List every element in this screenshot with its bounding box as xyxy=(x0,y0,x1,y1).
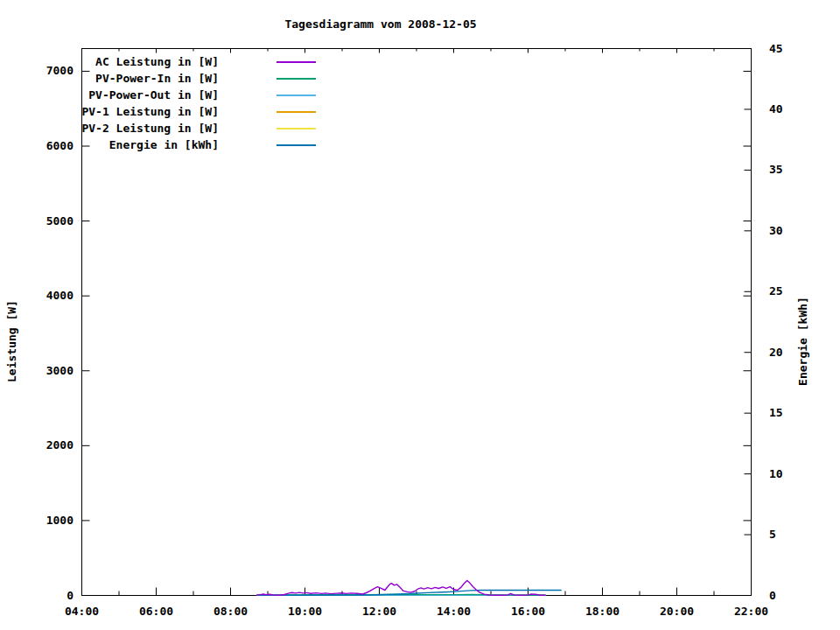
y1-tick-label: 0 xyxy=(4,589,74,603)
legend-label: PV-Power-Out in [W] xyxy=(81,88,219,102)
y2-tick-label: 40 xyxy=(769,102,822,116)
x-tick-label: 08:00 xyxy=(205,605,257,619)
y1-tick-label: 6000 xyxy=(4,139,74,153)
x-tick-label: 12:00 xyxy=(354,605,406,619)
y1-tick-label: 5000 xyxy=(4,214,74,228)
series-line-1 xyxy=(256,580,545,595)
legend-label: PV-1 Leistung in [W] xyxy=(81,105,219,119)
legend-line-sample xyxy=(276,144,316,146)
y2-tick-label: 20 xyxy=(769,346,822,360)
x-tick-label: 10:00 xyxy=(279,605,332,619)
legend-label: AC Leistung in [W] xyxy=(81,55,219,69)
y2-tick-label: 10 xyxy=(769,467,822,481)
legend-line-sample xyxy=(276,128,316,130)
y1-tick-label: 4000 xyxy=(4,289,74,303)
x-tick-label: 18:00 xyxy=(577,605,629,619)
x-tick-label: 22:00 xyxy=(725,605,778,619)
y2-tick-label: 25 xyxy=(769,284,822,298)
legend-line-sample xyxy=(276,78,316,80)
y2-tick-label: 45 xyxy=(769,42,822,56)
y2-tick-label: 35 xyxy=(769,163,822,177)
y1-tick-label: 2000 xyxy=(4,438,74,452)
legend-line-sample xyxy=(276,94,316,96)
y2-tick-label: 5 xyxy=(769,528,822,542)
legend-line-sample xyxy=(276,61,316,63)
x-tick-label: 14:00 xyxy=(428,605,480,619)
x-tick-label: 16:00 xyxy=(502,605,555,619)
legend-line-sample xyxy=(276,111,316,113)
x-tick-label: 04:00 xyxy=(56,605,108,619)
x-tick-label: 06:00 xyxy=(130,605,183,619)
y2-tick-label: 15 xyxy=(769,406,822,420)
y1-tick-label: 3000 xyxy=(4,364,74,378)
y2-tick-label: 0 xyxy=(769,589,822,603)
legend-label: PV-Power-In in [W] xyxy=(81,72,219,86)
legend-label: PV-2 Leistung in [W] xyxy=(81,122,219,136)
chart: Tagesdiagramm vom 2008-12-05 Leistung [W… xyxy=(0,0,840,630)
y2-tick-label: 30 xyxy=(769,224,822,238)
y1-tick-label: 7000 xyxy=(4,64,74,78)
x-tick-label: 20:00 xyxy=(651,605,704,619)
legend-label: Energie in [kWh] xyxy=(81,138,219,152)
y1-tick-label: 1000 xyxy=(4,514,74,528)
